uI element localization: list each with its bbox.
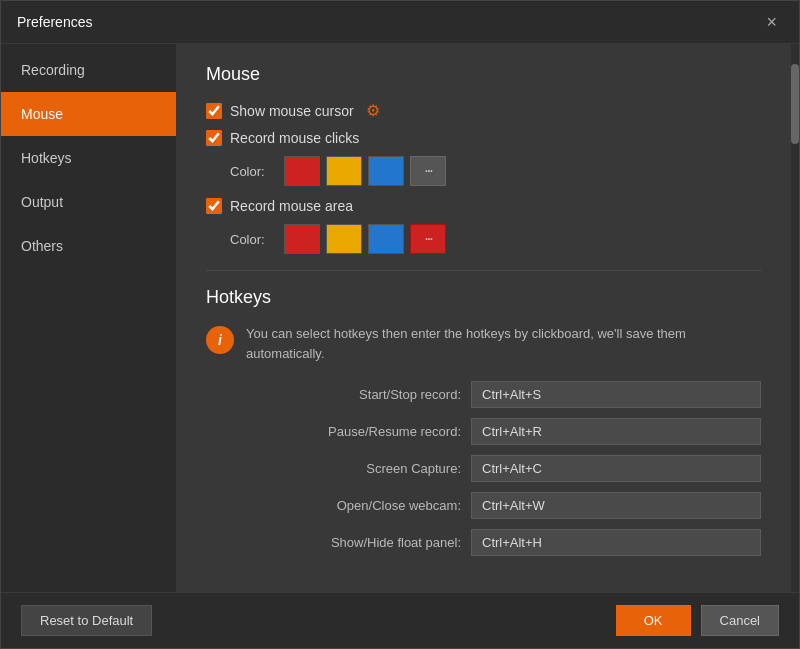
hotkey-row-pause-resume: Pause/Resume record: bbox=[206, 418, 761, 445]
clicks-color-row: Color: ··· bbox=[230, 156, 761, 186]
info-box: i You can select hotkeys then enter the … bbox=[206, 324, 761, 363]
content-area: Recording Mouse Hotkeys Output Others Mo… bbox=[1, 44, 799, 592]
footer: Reset to Default OK Cancel bbox=[1, 592, 799, 648]
record-area-row: Record mouse area bbox=[206, 198, 761, 214]
section-divider bbox=[206, 270, 761, 271]
hotkey-row-start-stop: Start/Stop record: bbox=[206, 381, 761, 408]
main-scroll-wrapper: Mouse Show mouse cursor ⚙ Record mouse c… bbox=[176, 44, 799, 592]
reset-button[interactable]: Reset to Default bbox=[21, 605, 152, 636]
title-bar: Preferences × bbox=[1, 1, 799, 44]
sidebar-item-output[interactable]: Output bbox=[1, 180, 176, 224]
area-color-yellow[interactable] bbox=[326, 224, 362, 254]
clicks-color-yellow[interactable] bbox=[326, 156, 362, 186]
clicks-color-more[interactable]: ··· bbox=[410, 156, 446, 186]
mouse-section-title: Mouse bbox=[206, 64, 761, 85]
sidebar-item-recording[interactable]: Recording bbox=[1, 48, 176, 92]
area-color-row: Color: ··· bbox=[230, 224, 761, 254]
preferences-dialog: Preferences × Recording Mouse Hotkeys Ou… bbox=[0, 0, 800, 649]
dialog-title: Preferences bbox=[17, 14, 92, 30]
show-cursor-row: Show mouse cursor ⚙ bbox=[206, 101, 761, 120]
hotkey-row-show-hide-panel: Show/Hide float panel: bbox=[206, 529, 761, 556]
record-area-checkbox[interactable] bbox=[206, 198, 222, 214]
clicks-color-red[interactable] bbox=[284, 156, 320, 186]
hotkey-label-start-stop: Start/Stop record: bbox=[281, 387, 461, 402]
hotkey-input-start-stop[interactable] bbox=[471, 381, 761, 408]
info-text: You can select hotkeys then enter the ho… bbox=[246, 324, 761, 363]
area-color-blue[interactable] bbox=[368, 224, 404, 254]
main-content: Mouse Show mouse cursor ⚙ Record mouse c… bbox=[176, 44, 791, 592]
record-area-label: Record mouse area bbox=[230, 198, 353, 214]
hotkey-input-show-hide-panel[interactable] bbox=[471, 529, 761, 556]
sidebar-item-mouse[interactable]: Mouse bbox=[1, 92, 176, 136]
hotkey-row-screen-capture: Screen Capture: bbox=[206, 455, 761, 482]
record-clicks-label: Record mouse clicks bbox=[230, 130, 359, 146]
info-icon: i bbox=[206, 326, 234, 354]
hotkey-label-open-close-webcam: Open/Close webcam: bbox=[281, 498, 461, 513]
show-cursor-checkbox[interactable] bbox=[206, 103, 222, 119]
ok-button[interactable]: OK bbox=[616, 605, 691, 636]
record-clicks-row: Record mouse clicks bbox=[206, 130, 761, 146]
hotkey-label-show-hide-panel: Show/Hide float panel: bbox=[281, 535, 461, 550]
sidebar-item-hotkeys[interactable]: Hotkeys bbox=[1, 136, 176, 180]
clicks-color-label: Color: bbox=[230, 164, 270, 179]
close-button[interactable]: × bbox=[760, 11, 783, 33]
hotkey-input-pause-resume[interactable] bbox=[471, 418, 761, 445]
hotkey-input-open-close-webcam[interactable] bbox=[471, 492, 761, 519]
hotkey-label-screen-capture: Screen Capture: bbox=[281, 461, 461, 476]
footer-right: OK Cancel bbox=[616, 605, 779, 636]
sidebar: Recording Mouse Hotkeys Output Others bbox=[1, 44, 176, 592]
scrollbar-track[interactable] bbox=[791, 44, 799, 592]
gear-icon[interactable]: ⚙ bbox=[366, 101, 380, 120]
sidebar-item-others[interactable]: Others bbox=[1, 224, 176, 268]
scrollbar-thumb[interactable] bbox=[791, 64, 799, 144]
hotkeys-section-title: Hotkeys bbox=[206, 287, 761, 308]
clicks-color-blue[interactable] bbox=[368, 156, 404, 186]
mouse-section: Mouse Show mouse cursor ⚙ Record mouse c… bbox=[206, 64, 761, 254]
hotkey-row-open-close-webcam: Open/Close webcam: bbox=[206, 492, 761, 519]
cancel-button[interactable]: Cancel bbox=[701, 605, 779, 636]
area-color-label: Color: bbox=[230, 232, 270, 247]
show-cursor-label: Show mouse cursor bbox=[230, 103, 354, 119]
area-color-red[interactable] bbox=[284, 224, 320, 254]
record-clicks-checkbox[interactable] bbox=[206, 130, 222, 146]
hotkey-input-screen-capture[interactable] bbox=[471, 455, 761, 482]
hotkey-label-pause-resume: Pause/Resume record: bbox=[281, 424, 461, 439]
hotkeys-section: Hotkeys i You can select hotkeys then en… bbox=[206, 287, 761, 556]
area-color-more[interactable]: ··· bbox=[410, 224, 446, 254]
